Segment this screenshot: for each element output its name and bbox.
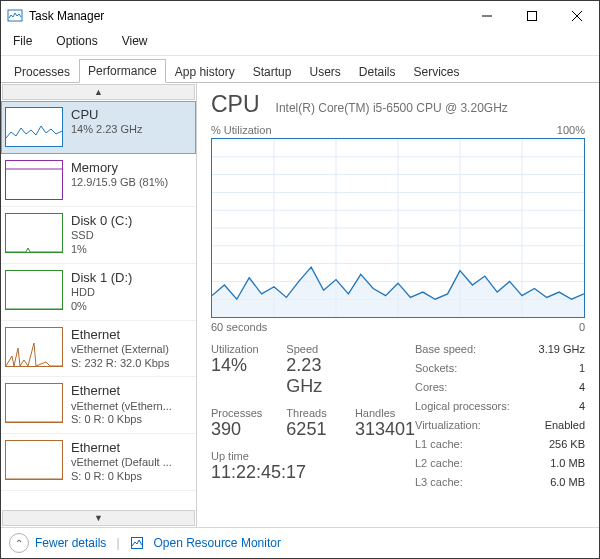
thumbnail bbox=[5, 270, 63, 310]
item-sub2: 0% bbox=[71, 300, 132, 314]
value-handles: 313401 bbox=[355, 419, 415, 440]
item-title: Memory bbox=[71, 160, 168, 176]
chart-ylabel: % Utilization bbox=[211, 124, 272, 136]
detail-value: 4 bbox=[539, 381, 585, 396]
minimize-button[interactable] bbox=[464, 1, 509, 31]
item-sub2: S: 0 R: 0 Kbps bbox=[71, 413, 172, 427]
thumbnail bbox=[5, 107, 63, 147]
detail-key: Sockets: bbox=[415, 362, 539, 377]
resource-item-ethernet[interactable]: EthernetvEthernet (External)S: 232 R: 32… bbox=[1, 321, 196, 378]
tab-services[interactable]: Services bbox=[405, 60, 469, 83]
menu-view[interactable]: View bbox=[116, 32, 154, 50]
tab-processes[interactable]: Processes bbox=[5, 60, 79, 83]
item-sub1: vEthernet (External) bbox=[71, 343, 169, 357]
main-title: CPU bbox=[211, 91, 260, 118]
tab-users[interactable]: Users bbox=[300, 60, 349, 83]
detail-value: 4 bbox=[539, 400, 585, 415]
detail-key: L1 cache: bbox=[415, 438, 539, 453]
detail-key: L2 cache: bbox=[415, 457, 539, 472]
item-sub2: S: 232 R: 32.0 Kbps bbox=[71, 357, 169, 371]
titlebar: Task Manager bbox=[1, 1, 599, 31]
window-title: Task Manager bbox=[29, 9, 104, 23]
menu-file[interactable]: File bbox=[7, 32, 38, 50]
main-panel: CPU Intel(R) Core(TM) i5-6500 CPU @ 3.20… bbox=[197, 83, 599, 527]
menubar: File Options View bbox=[1, 31, 599, 56]
value-speed: 2.23 GHz bbox=[286, 355, 331, 397]
detail-value: Enabled bbox=[539, 419, 585, 434]
tab-details[interactable]: Details bbox=[350, 60, 405, 83]
utilization-chart bbox=[211, 138, 585, 318]
resource-item-ethernet[interactable]: EthernetvEthernet (vEthern...S: 0 R: 0 K… bbox=[1, 377, 196, 434]
tabs: Processes Performance App history Startu… bbox=[1, 56, 599, 83]
cpu-details: Base speed:3.19 GHzSockets:1Cores:4Logic… bbox=[415, 343, 585, 491]
item-sub2: 1% bbox=[71, 243, 132, 257]
detail-value: 1 bbox=[539, 362, 585, 377]
maximize-button[interactable] bbox=[509, 1, 554, 31]
item-title: Ethernet bbox=[71, 327, 169, 343]
item-sub1: HDD bbox=[71, 286, 132, 300]
tab-performance[interactable]: Performance bbox=[79, 59, 166, 83]
fewer-details-link[interactable]: Fewer details bbox=[35, 536, 106, 550]
app-icon bbox=[7, 8, 23, 24]
chart-ymax: 100% bbox=[557, 124, 585, 136]
item-sub1: vEthernet (vEthern... bbox=[71, 400, 172, 414]
item-sub1: SSD bbox=[71, 229, 132, 243]
detail-key: Virtualization: bbox=[415, 419, 539, 434]
resource-item-disk-1-d-[interactable]: Disk 1 (D:)HDD0% bbox=[1, 264, 196, 321]
label-handles: Handles bbox=[355, 407, 415, 419]
svg-rect-2 bbox=[527, 12, 536, 21]
chevron-up-icon[interactable]: ⌃ bbox=[9, 533, 29, 553]
thumbnail bbox=[5, 160, 63, 200]
resource-monitor-icon bbox=[130, 536, 144, 550]
value-uptime: 11:22:45:17 bbox=[211, 462, 415, 483]
cpu-model: Intel(R) Core(TM) i5-6500 CPU @ 3.20GHz bbox=[276, 101, 508, 115]
detail-value: 3.19 GHz bbox=[539, 343, 585, 358]
item-sub1: 12.9/15.9 GB (81%) bbox=[71, 176, 168, 190]
item-sub1: 14% 2.23 GHz bbox=[71, 123, 143, 137]
item-title: Disk 1 (D:) bbox=[71, 270, 132, 286]
item-title: Ethernet bbox=[71, 440, 172, 456]
item-sub1: vEthernet (Default ... bbox=[71, 456, 172, 470]
resource-item-disk-0-c-[interactable]: Disk 0 (C:)SSD1% bbox=[1, 207, 196, 264]
item-title: Disk 0 (C:) bbox=[71, 213, 132, 229]
label-threads: Threads bbox=[286, 407, 331, 419]
value-utilization: 14% bbox=[211, 355, 262, 376]
value-threads: 6251 bbox=[286, 419, 331, 440]
chart-xright: 0 bbox=[579, 321, 585, 333]
label-speed: Speed bbox=[286, 343, 331, 355]
value-processes: 390 bbox=[211, 419, 262, 440]
thumbnail bbox=[5, 383, 63, 423]
detail-key: Base speed: bbox=[415, 343, 539, 358]
item-title: CPU bbox=[71, 107, 143, 123]
open-resource-monitor-link[interactable]: Open Resource Monitor bbox=[154, 536, 281, 550]
detail-value: 6.0 MB bbox=[539, 476, 585, 491]
resource-list: CPU14% 2.23 GHzMemory12.9/15.9 GB (81%)D… bbox=[1, 101, 196, 509]
close-button[interactable] bbox=[554, 1, 599, 31]
resource-item-ethernet[interactable]: EthernetvEthernet (Default ...S: 0 R: 0 … bbox=[1, 434, 196, 491]
footer: ⌃ Fewer details | Open Resource Monitor bbox=[1, 527, 599, 558]
thumbnail bbox=[5, 327, 63, 367]
label-uptime: Up time bbox=[211, 450, 415, 462]
detail-key: Cores: bbox=[415, 381, 539, 396]
scroll-down-button[interactable]: ▼ bbox=[2, 510, 195, 526]
sidepane: ▲ CPU14% 2.23 GHzMemory12.9/15.9 GB (81%… bbox=[1, 83, 197, 527]
resource-item-cpu[interactable]: CPU14% 2.23 GHz bbox=[1, 101, 196, 154]
detail-value: 256 KB bbox=[539, 438, 585, 453]
scroll-up-button[interactable]: ▲ bbox=[2, 84, 195, 100]
chart-xleft: 60 seconds bbox=[211, 321, 267, 333]
item-sub2: S: 0 R: 0 Kbps bbox=[71, 470, 172, 484]
tab-startup[interactable]: Startup bbox=[244, 60, 301, 83]
detail-value: 1.0 MB bbox=[539, 457, 585, 472]
detail-key: Logical processors: bbox=[415, 400, 539, 415]
menu-options[interactable]: Options bbox=[50, 32, 103, 50]
resource-item-memory[interactable]: Memory12.9/15.9 GB (81%) bbox=[1, 154, 196, 207]
label-utilization: Utilization bbox=[211, 343, 262, 355]
item-title: Ethernet bbox=[71, 383, 172, 399]
label-processes: Processes bbox=[211, 407, 262, 419]
thumbnail bbox=[5, 213, 63, 253]
thumbnail bbox=[5, 440, 63, 480]
tab-app-history[interactable]: App history bbox=[166, 60, 244, 83]
detail-key: L3 cache: bbox=[415, 476, 539, 491]
